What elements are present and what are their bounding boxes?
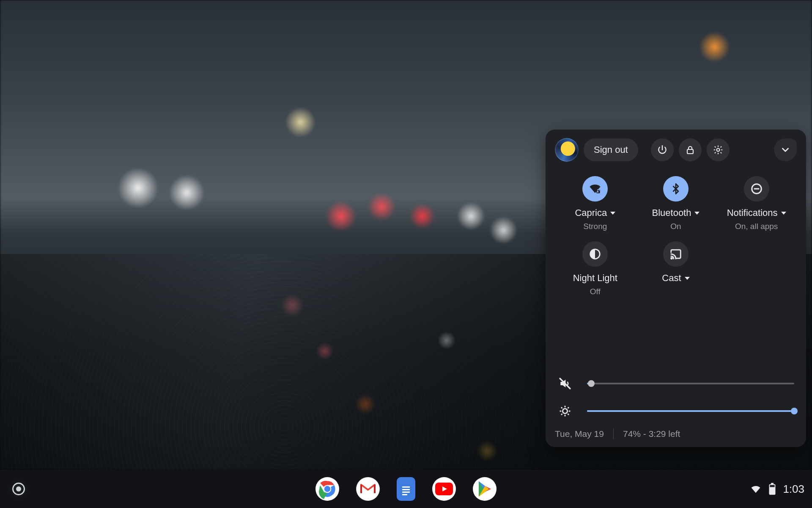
notifications-toggle[interactable]: [744, 176, 769, 202]
app-chrome[interactable]: [315, 477, 339, 501]
night-light-label: Night Light: [573, 273, 617, 284]
svg-rect-14: [402, 486, 410, 488]
svg-rect-0: [687, 149, 693, 154]
tile-night-light: Night Light Off: [555, 241, 636, 296]
cast-label-row[interactable]: Cast: [662, 273, 689, 284]
app-play-store[interactable]: [473, 477, 497, 501]
svg-point-12: [324, 486, 330, 492]
svg-point-9: [562, 409, 567, 413]
wifi-toggle[interactable]: [582, 176, 608, 202]
shelf-pinned-apps: [315, 477, 497, 501]
quick-settings-footer: Tue, May 19 74% - 3:29 left: [555, 428, 797, 439]
bluetooth-sublabel: On: [670, 222, 681, 231]
launcher-button[interactable]: [8, 478, 30, 500]
user-avatar[interactable]: [555, 138, 579, 162]
app-docs[interactable]: [397, 477, 415, 501]
battery-status-icon: [768, 483, 776, 495]
footer-battery[interactable]: 74% - 3:29 left: [623, 429, 680, 439]
brightness-slider[interactable]: [587, 410, 794, 412]
caret-down-icon: [694, 212, 700, 215]
svg-rect-16: [402, 491, 410, 493]
wifi-icon: [588, 182, 602, 196]
footer-date: Tue, May 19: [555, 429, 604, 439]
tile-wifi: Caprica Strong: [555, 176, 636, 231]
tile-bluetooth: Bluetooth On: [636, 176, 716, 231]
svg-rect-15: [402, 489, 410, 490]
lock-button[interactable]: [679, 138, 702, 161]
caret-down-icon: [685, 277, 690, 280]
volume-slider[interactable]: [587, 383, 794, 384]
volume-mute-button[interactable]: [556, 377, 574, 390]
footer-divider: [613, 428, 614, 439]
brightness-button[interactable]: [556, 405, 574, 417]
svg-point-7: [671, 258, 672, 259]
collapse-panel-button[interactable]: [774, 138, 797, 161]
bluetooth-toggle[interactable]: [663, 176, 689, 202]
notifications-label-row[interactable]: Notifications: [727, 207, 786, 218]
status-time: 1:03: [783, 483, 804, 496]
status-area[interactable]: 1:03: [750, 483, 804, 496]
svg-rect-20: [771, 483, 774, 485]
volume-slider-row: [555, 377, 797, 390]
bluetooth-label: Bluetooth: [652, 207, 691, 218]
bluetooth-icon: [670, 183, 682, 195]
caret-down-icon: [610, 212, 615, 215]
shelf: 1:03: [0, 470, 812, 508]
quick-settings-sliders: [555, 367, 797, 417]
quick-settings-header: Sign out: [555, 138, 797, 162]
wifi-status-icon: [750, 483, 762, 495]
settings-button[interactable]: [707, 138, 730, 161]
gear-icon: [713, 144, 724, 155]
night-light-label-row[interactable]: Night Light: [573, 273, 617, 284]
svg-rect-3: [597, 191, 598, 193]
launcher-icon: [12, 483, 25, 495]
sign-out-label: Sign out: [594, 144, 628, 155]
svg-point-1: [716, 149, 719, 152]
cast-icon: [669, 248, 682, 260]
tile-notifications: Notifications On, all apps: [716, 176, 797, 231]
bluetooth-label-row[interactable]: Bluetooth: [652, 207, 700, 218]
night-light-icon: [589, 248, 601, 260]
quick-settings-panel: Sign out Caprica Strong: [546, 130, 806, 447]
cast-toggle[interactable]: [663, 241, 689, 267]
app-youtube[interactable]: [432, 477, 456, 501]
brightness-slider-row: [555, 405, 797, 417]
brightness-icon: [559, 405, 571, 417]
chrome-icon: [315, 477, 339, 501]
caret-down-icon: [781, 212, 786, 215]
gmail-icon: [360, 483, 376, 495]
youtube-icon: [435, 483, 453, 495]
night-light-sublabel: Off: [590, 287, 601, 296]
night-light-toggle[interactable]: [582, 241, 608, 267]
sign-out-button[interactable]: Sign out: [584, 138, 638, 161]
power-button[interactable]: [651, 138, 674, 161]
svg-rect-17: [402, 494, 407, 495]
svg-rect-21: [770, 485, 775, 487]
play-store-icon: [477, 480, 492, 497]
app-gmail[interactable]: [356, 477, 380, 501]
volume-mute-icon: [558, 377, 572, 390]
cast-label: Cast: [662, 273, 681, 284]
lock-icon: [685, 145, 695, 155]
quick-settings-tiles: Caprica Strong Bluetooth On Notification…: [555, 176, 797, 296]
wifi-label: Caprica: [575, 207, 607, 218]
notifications-sublabel: On, all apps: [735, 222, 778, 231]
power-icon: [657, 144, 668, 155]
do-not-disturb-icon: [750, 182, 763, 195]
notifications-label: Notifications: [727, 207, 778, 218]
wifi-sublabel: Strong: [583, 222, 607, 231]
wifi-label-row[interactable]: Caprica: [575, 207, 615, 218]
tile-cast: Cast: [636, 241, 716, 296]
docs-icon: [400, 480, 412, 497]
chevron-down-icon: [780, 144, 791, 155]
